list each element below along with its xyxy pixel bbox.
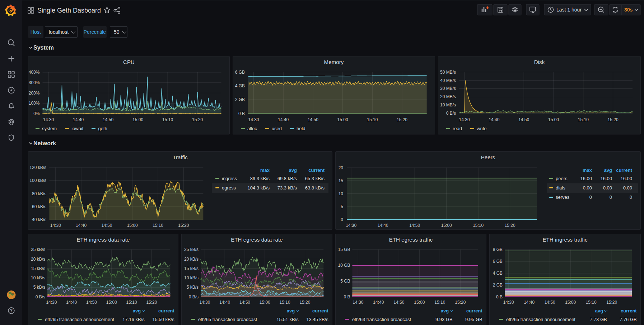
svg-text:300%: 300% xyxy=(29,80,40,85)
svg-text:15:00: 15:00 xyxy=(106,300,117,305)
svg-text:14:50: 14:50 xyxy=(409,223,420,228)
svg-text:14:40: 14:40 xyxy=(524,300,535,305)
svg-text:10: 10 xyxy=(339,191,344,196)
svg-text:15:10: 15:10 xyxy=(126,300,137,305)
svg-text:15:10: 15:10 xyxy=(367,117,378,122)
svg-text:20: 20 xyxy=(339,165,344,170)
svg-text:0 B/s: 0 B/s xyxy=(36,294,45,299)
svg-text:25 kB/s: 25 kB/s xyxy=(184,247,199,252)
svg-text:14:30: 14:30 xyxy=(503,300,514,305)
svg-text:5 kB/s: 5 kB/s xyxy=(187,285,199,290)
svg-text:14:50: 14:50 xyxy=(86,300,97,305)
svg-text:15:20: 15:20 xyxy=(146,300,157,305)
svg-text:15:20: 15:20 xyxy=(397,117,407,122)
svg-text:0 B/s: 0 B/s xyxy=(446,111,456,116)
svg-text:15:20: 15:20 xyxy=(608,117,619,122)
svg-text:15:10: 15:10 xyxy=(162,117,173,122)
svg-text:15:10: 15:10 xyxy=(280,300,290,305)
svg-text:14:50: 14:50 xyxy=(518,117,529,122)
svg-text:14:30: 14:30 xyxy=(248,117,259,122)
svg-text:5 kB/s: 5 kB/s xyxy=(33,285,45,290)
svg-text:15:20: 15:20 xyxy=(178,223,189,228)
svg-text:4 GB: 4 GB xyxy=(493,271,503,276)
svg-text:15:00: 15:00 xyxy=(127,223,138,228)
svg-text:15 GB: 15 GB xyxy=(338,247,350,252)
svg-text:14:40: 14:40 xyxy=(489,117,499,122)
svg-text:14:40: 14:40 xyxy=(278,117,289,122)
svg-text:50 MB/s: 50 MB/s xyxy=(440,70,456,75)
svg-text:14:50: 14:50 xyxy=(101,223,112,228)
svg-text:120 kB/s: 120 kB/s xyxy=(29,165,46,170)
svg-text:14:40: 14:40 xyxy=(373,300,384,305)
svg-text:60 kB/s: 60 kB/s xyxy=(32,204,46,209)
svg-text:14:50: 14:50 xyxy=(239,300,250,305)
svg-text:5 GB: 5 GB xyxy=(340,279,350,284)
svg-text:200%: 200% xyxy=(29,91,40,96)
svg-text:15:10: 15:10 xyxy=(153,223,163,228)
svg-text:14:40: 14:40 xyxy=(66,300,77,305)
svg-text:14:40: 14:40 xyxy=(378,223,388,228)
svg-text:0: 0 xyxy=(341,217,343,222)
svg-text:40 kB/s: 40 kB/s xyxy=(32,217,46,222)
svg-text:6 GB: 6 GB xyxy=(235,70,245,75)
svg-text:15:10: 15:10 xyxy=(434,300,445,305)
svg-text:8 GB: 8 GB xyxy=(493,247,503,252)
svg-text:15:20: 15:20 xyxy=(455,300,466,305)
svg-text:0 B: 0 B xyxy=(344,294,350,299)
svg-text:14:50: 14:50 xyxy=(545,300,555,305)
svg-text:14:40: 14:40 xyxy=(219,300,230,305)
svg-text:0 B/s: 0 B/s xyxy=(189,294,199,299)
svg-text:15:20: 15:20 xyxy=(192,117,203,122)
svg-text:14:30: 14:30 xyxy=(346,223,356,228)
svg-text:2 GB: 2 GB xyxy=(493,283,503,288)
svg-text:15: 15 xyxy=(339,178,344,183)
svg-text:6 GB: 6 GB xyxy=(493,259,503,264)
svg-text:25 kB/s: 25 kB/s xyxy=(31,247,45,252)
svg-text:10 MB/s: 10 MB/s xyxy=(440,102,456,107)
svg-text:15:00: 15:00 xyxy=(337,117,348,122)
svg-text:15:00: 15:00 xyxy=(260,300,270,305)
svg-text:5: 5 xyxy=(341,204,343,209)
svg-text:14:30: 14:30 xyxy=(43,117,54,122)
svg-text:14:50: 14:50 xyxy=(103,117,113,122)
svg-text:15:20: 15:20 xyxy=(606,300,617,305)
svg-text:40 MB/s: 40 MB/s xyxy=(440,78,456,83)
svg-text:400%: 400% xyxy=(29,70,40,75)
svg-text:0 B: 0 B xyxy=(496,294,503,299)
svg-text:15:00: 15:00 xyxy=(565,300,576,305)
svg-text:14:50: 14:50 xyxy=(308,117,318,122)
svg-text:15:20: 15:20 xyxy=(505,223,515,228)
svg-text:14:50: 14:50 xyxy=(393,300,404,305)
svg-text:14:30: 14:30 xyxy=(46,300,57,305)
svg-text:15:00: 15:00 xyxy=(548,117,559,122)
svg-text:20 kB/s: 20 kB/s xyxy=(184,257,199,262)
svg-text:10 GB: 10 GB xyxy=(338,263,350,268)
svg-text:15:10: 15:10 xyxy=(586,300,597,305)
svg-text:0%: 0% xyxy=(33,111,40,116)
svg-text:15 kB/s: 15 kB/s xyxy=(184,266,199,271)
svg-text:14:40: 14:40 xyxy=(73,117,84,122)
svg-text:30 MB/s: 30 MB/s xyxy=(440,86,456,91)
svg-text:15 kB/s: 15 kB/s xyxy=(31,266,45,271)
svg-text:20 kB/s: 20 kB/s xyxy=(31,257,45,262)
svg-text:15:20: 15:20 xyxy=(299,300,310,305)
svg-text:15:10: 15:10 xyxy=(578,117,589,122)
svg-text:15:10: 15:10 xyxy=(473,223,484,228)
svg-text:14:30: 14:30 xyxy=(50,223,61,228)
svg-text:15:00: 15:00 xyxy=(441,223,452,228)
svg-text:0 B: 0 B xyxy=(238,111,245,116)
svg-text:10 kB/s: 10 kB/s xyxy=(184,275,199,280)
svg-text:15:00: 15:00 xyxy=(414,300,425,305)
svg-text:20 MB/s: 20 MB/s xyxy=(440,94,456,99)
svg-text:14:40: 14:40 xyxy=(76,223,87,228)
svg-text:100 kB/s: 100 kB/s xyxy=(29,178,46,183)
svg-text:10 kB/s: 10 kB/s xyxy=(31,275,45,280)
svg-text:4 GB: 4 GB xyxy=(235,83,245,88)
svg-text:100%: 100% xyxy=(29,101,40,106)
svg-text:2 GB: 2 GB xyxy=(235,97,245,102)
svg-text:14:30: 14:30 xyxy=(459,117,470,122)
svg-text:14:30: 14:30 xyxy=(353,300,363,305)
svg-text:15:00: 15:00 xyxy=(132,117,143,122)
svg-text:14:30: 14:30 xyxy=(199,300,210,305)
svg-text:80 kB/s: 80 kB/s xyxy=(32,191,46,196)
